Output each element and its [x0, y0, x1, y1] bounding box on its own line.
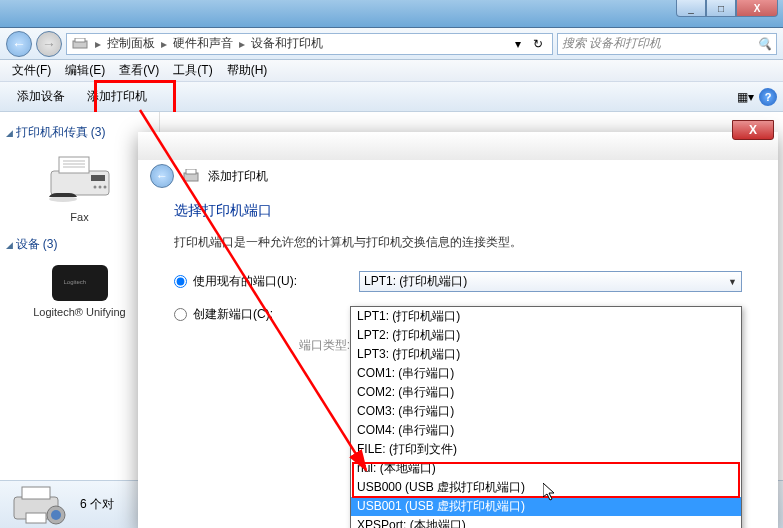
port-option[interactable]: XPSPort: (本地端口) — [351, 516, 741, 528]
use-existing-port-radio[interactable] — [174, 275, 187, 288]
view-options-button[interactable]: ▦▾ — [735, 87, 755, 107]
port-option[interactable]: COM4: (串行端口) — [351, 421, 741, 440]
nav-bar: ← → ▸ 控制面板 ▸ 硬件和声音 ▸ 设备和打印机 ▾ ↻ 搜索 设备和打印… — [0, 28, 783, 60]
crumb-devices-printers[interactable]: 设备和打印机 — [251, 35, 323, 52]
svg-rect-3 — [59, 157, 89, 173]
device-fax[interactable]: Fax — [4, 145, 155, 232]
forward-button[interactable]: → — [36, 31, 62, 57]
create-new-port-radio[interactable] — [174, 308, 187, 321]
dialog-titlebar: X — [138, 132, 778, 160]
port-option[interactable]: COM3: (串行端口) — [351, 402, 741, 421]
port-option[interactable]: COM2: (串行端口) — [351, 383, 741, 402]
port-option[interactable]: FILE: (打印到文件) — [351, 440, 741, 459]
menu-tools[interactable]: 工具(T) — [167, 60, 218, 81]
port-combo[interactable]: LPT1: (打印机端口) ▼ — [359, 271, 742, 292]
port-type-label: 端口类型: — [198, 337, 358, 354]
create-new-port-label: 创建新端口(C): — [193, 306, 353, 323]
close-button[interactable]: X — [736, 0, 778, 17]
chevron-right-icon: ▸ — [93, 37, 103, 51]
device-label: Fax — [8, 210, 151, 224]
breadcrumb[interactable]: ▸ 控制面板 ▸ 硬件和声音 ▸ 设备和打印机 ▾ ↻ — [66, 33, 553, 55]
chevron-right-icon: ▸ — [237, 37, 247, 51]
status-count: 6 个对 — [80, 496, 114, 513]
crumb-hardware-sound[interactable]: 硬件和声音 — [173, 35, 233, 52]
port-option[interactable]: LPT3: (打印机端口) — [351, 345, 741, 364]
combo-value: LPT1: (打印机端口) — [364, 273, 467, 290]
svg-rect-13 — [22, 487, 50, 499]
minimize-button[interactable]: _ — [676, 0, 706, 17]
svg-point-16 — [51, 510, 61, 520]
svg-point-9 — [98, 186, 101, 189]
svg-point-10 — [103, 186, 106, 189]
fax-icon — [45, 153, 115, 203]
port-option[interactable]: USB001 (USB 虚拟打印机端口) — [351, 497, 741, 516]
dialog-header-title: 添加打印机 — [208, 168, 268, 185]
port-option[interactable]: nul: (本地端口) — [351, 459, 741, 478]
refresh-button[interactable]: ↻ — [528, 34, 548, 54]
search-input[interactable]: 搜索 设备和打印机 🔍 — [557, 33, 777, 55]
use-existing-port-label: 使用现有的端口(U): — [193, 273, 353, 290]
dialog-heading: 选择打印机端口 — [174, 202, 742, 220]
crumb-control-panel[interactable]: 控制面板 — [107, 35, 155, 52]
svg-rect-1 — [75, 38, 85, 42]
printer-icon — [182, 169, 200, 183]
usb-receiver-icon — [52, 265, 108, 301]
svg-rect-18 — [186, 169, 196, 174]
dialog-description: 打印机端口是一种允许您的计算机与打印机交换信息的连接类型。 — [174, 234, 742, 251]
port-option[interactable]: COM1: (串行端口) — [351, 364, 741, 383]
svg-rect-7 — [91, 175, 105, 181]
dialog-close-button[interactable]: X — [732, 120, 774, 140]
port-option[interactable]: LPT2: (打印机端口) — [351, 326, 741, 345]
add-printer-button[interactable]: 添加打印机 — [76, 83, 158, 110]
group-devices[interactable]: 设备 (3) — [4, 232, 155, 257]
menu-help[interactable]: 帮助(H) — [221, 60, 274, 81]
port-option[interactable]: LPT1: (打印机端口) — [351, 307, 741, 326]
group-printers-fax[interactable]: 打印机和传真 (3) — [4, 120, 155, 145]
maximize-button[interactable]: □ — [706, 0, 736, 17]
chevron-right-icon: ▸ — [159, 37, 169, 51]
device-pane: 打印机和传真 (3) Fax 设备 (3) Logitech® Unifying — [0, 112, 160, 528]
location-icon — [71, 38, 89, 50]
menu-edit[interactable]: 编辑(E) — [59, 60, 111, 81]
breadcrumb-dropdown[interactable]: ▾ — [508, 34, 528, 54]
menu-file[interactable]: 文件(F) — [6, 60, 57, 81]
command-bar: 添加设备 添加打印机 ▦▾ ? — [0, 82, 783, 112]
menu-view[interactable]: 查看(V) — [113, 60, 165, 81]
svg-rect-2 — [51, 171, 109, 195]
port-option[interactable]: USB000 (USB 虚拟打印机端口) — [351, 478, 741, 497]
search-icon: 🔍 — [757, 37, 772, 51]
help-icon[interactable]: ? — [759, 88, 777, 106]
back-button[interactable]: ← — [6, 31, 32, 57]
search-placeholder: 搜索 设备和打印机 — [562, 35, 661, 52]
window-titlebar: _ □ X — [0, 0, 783, 28]
svg-point-8 — [93, 186, 96, 189]
add-device-button[interactable]: 添加设备 — [6, 83, 76, 110]
svg-rect-14 — [26, 513, 46, 523]
device-logitech-unifying[interactable]: Logitech® Unifying — [4, 257, 155, 327]
device-label: Logitech® Unifying — [8, 305, 151, 319]
printer-status-icon — [8, 485, 72, 525]
port-dropdown-list[interactable]: LPT1: (打印机端口)LPT2: (打印机端口)LPT3: (打印机端口)C… — [350, 306, 742, 528]
menu-bar: 文件(F) 编辑(E) 查看(V) 工具(T) 帮助(H) — [0, 60, 783, 82]
chevron-down-icon: ▼ — [728, 277, 737, 287]
dialog-back-button[interactable]: ← — [150, 164, 174, 188]
